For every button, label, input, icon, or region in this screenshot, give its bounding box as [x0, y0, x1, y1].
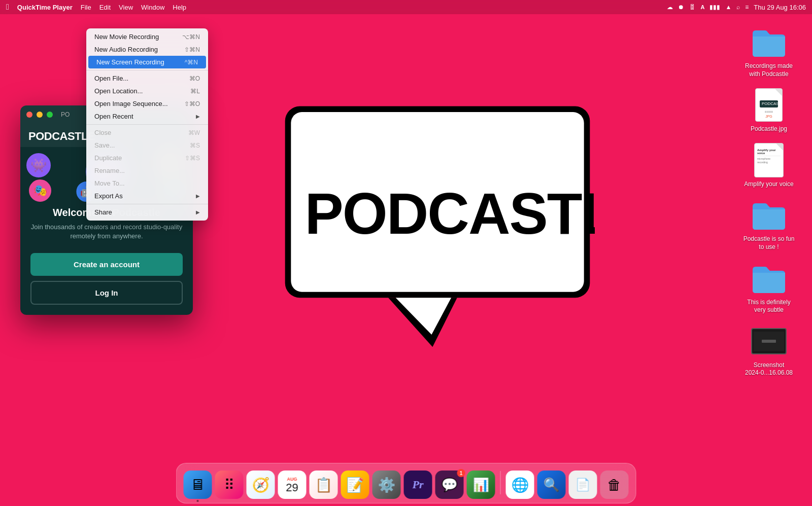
search-icon[interactable]: ⌕: [736, 4, 740, 11]
window-min-btn[interactable]: [37, 112, 43, 118]
menu-item-move-to: Move To...: [86, 177, 208, 190]
dock-finder-dot: [197, 500, 199, 502]
menu-label-rename: Rename...: [94, 167, 200, 174]
menu-item-new-audio[interactable]: New Audio Recording ⇧⌘N: [86, 43, 208, 56]
menubar-view[interactable]: View: [119, 4, 133, 11]
window-title: PO: [61, 111, 70, 118]
menubar-left:  QuickTime Player File Edit View Window…: [6, 3, 186, 12]
control-center-icon[interactable]: ≡: [745, 4, 749, 11]
menu-label-close: Close: [94, 129, 188, 136]
dock-system-prefs[interactable]: ⚙️: [373, 471, 401, 499]
menu-shortcut-new-audio: ⇧⌘N: [184, 46, 200, 53]
menu-shortcut-duplicate: ⇧⌘S: [185, 155, 200, 162]
menu-item-rename: Rename...: [86, 164, 208, 177]
dock-reminders[interactable]: 📋: [310, 471, 338, 499]
svg-text:PODCASTLE: PODCASTLE: [304, 182, 595, 246]
menu-label-open-recent: Open Recent: [94, 113, 196, 120]
menu-label-move-to: Move To...: [94, 179, 200, 187]
desktop-icon-screenshot[interactable]: Screenshot2024-0...16.06.08: [741, 323, 797, 377]
export-as-arrow: ▶: [196, 193, 200, 199]
dock-notes[interactable]: 📝: [341, 471, 369, 499]
menu-item-new-screen[interactable]: New Screen Recording ^⌘N: [88, 56, 206, 68]
share-arrow: ▶: [196, 209, 200, 215]
folder-icon-podcastle: [751, 197, 787, 233]
cloud-icon[interactable]: ☁: [667, 4, 673, 11]
menu-item-open-recent[interactable]: Open Recent ▶: [86, 110, 208, 123]
dock-slack-badge: 1: [457, 469, 465, 477]
menu-shortcut-close: ⌘W: [188, 129, 200, 136]
dock-premiere[interactable]: Pr: [404, 471, 432, 499]
desktop: PODCASTLE Recordings madewith Podcastle …: [0, 14, 812, 465]
menubar-right: ☁ ⏺ 🎛 A ▮▮▮ ▲ ⌕ ≡ Thu 29 Aug 16:06: [667, 4, 806, 11]
dock-calendar[interactable]: AUG 29: [278, 471, 307, 499]
dock-separator: [500, 471, 501, 494]
menu-label-open-file: Open File...: [94, 75, 189, 82]
dock-trash[interactable]: 🗑: [600, 471, 629, 499]
folder-icon-recordings: [751, 24, 787, 60]
desktop-icon-podcastle-folder[interactable]: Podcastle is so funto use !: [741, 197, 797, 251]
jpg-file-icon: PODCAST ==== JPG: [751, 87, 787, 123]
window-max-btn[interactable]: [47, 112, 53, 118]
menu-sep-3: [86, 204, 208, 204]
dock-finder[interactable]: 🖥: [184, 471, 212, 499]
battery-icon[interactable]: ▮▮▮: [709, 4, 720, 11]
app-buttons: Create an account Log In: [20, 249, 193, 315]
dock-launchpad[interactable]: ⠿: [215, 471, 244, 499]
menu-item-new-movie[interactable]: New Movie Recording ⌥⌘N: [86, 30, 208, 43]
sound-icon[interactable]: 🎛: [689, 4, 695, 11]
dock-safari[interactable]: 🧭: [247, 471, 275, 499]
desktop-icon-recordings[interactable]: Recordings madewith Podcastle: [741, 24, 797, 78]
dock-documents[interactable]: 📄: [569, 471, 597, 499]
dock-presentify[interactable]: 📊: [467, 471, 495, 499]
menu-shortcut-open-image-seq: ⇧⌘O: [184, 100, 200, 107]
menu-shortcut-open-location: ⌘L: [190, 88, 200, 95]
menu-label-export-as: Export As: [94, 192, 196, 200]
file-menu-dropdown: New Movie Recording ⌥⌘N New Audio Record…: [86, 28, 208, 221]
menu-item-close: Close ⌘W: [86, 126, 208, 139]
desktop-icon-podcastle-jpg[interactable]: PODCAST ==== JPG Podcastle.jpg: [741, 87, 797, 133]
menu-sep-1: [86, 70, 208, 70]
dock-chrome[interactable]: 🌐: [506, 471, 534, 499]
menu-label-new-audio: New Audio Recording: [94, 46, 184, 53]
create-account-button[interactable]: Create an account: [30, 253, 183, 276]
text-icon[interactable]: A: [700, 4, 704, 10]
window-close-btn[interactable]: [26, 112, 32, 118]
menubar-app-name[interactable]: QuickTime Player: [17, 4, 73, 11]
subtle-label: This is definitelyvery subtle: [747, 299, 790, 314]
screenshot-label: Screenshot2024-0...16.06.08: [745, 362, 793, 377]
menubar-file[interactable]: File: [81, 4, 91, 11]
login-button[interactable]: Log In: [30, 281, 183, 305]
wifi-icon[interactable]: ▲: [725, 4, 731, 11]
record-icon[interactable]: ⏺: [678, 4, 684, 11]
desktop-icon-amplify[interactable]: Amplify your voice microphonerecording A…: [741, 142, 797, 189]
desktop-icon-subtle[interactable]: This is definitelyvery subtle: [741, 261, 797, 314]
menu-label-share: Share: [94, 208, 196, 216]
menubar:  QuickTime Player File Edit View Window…: [0, 0, 812, 14]
menu-item-save: Save... ⌘S: [86, 139, 208, 152]
screenshot-file-icon: [751, 323, 787, 359]
folder-icon-subtle: [751, 261, 787, 296]
menu-item-export-as[interactable]: Export As ▶: [86, 190, 208, 202]
menu-label-new-movie: New Movie Recording: [94, 33, 182, 41]
open-recent-arrow: ▶: [196, 114, 200, 119]
menubar-edit[interactable]: Edit: [99, 4, 111, 11]
dock: 🖥 ⠿ 🧭 AUG 29 📋 📝 ⚙️ Pr 💬 1 📊 🌐 �: [176, 463, 636, 503]
desktop-icons: Recordings madewith Podcastle PODCAST ==…: [741, 24, 797, 377]
menubar-window[interactable]: Window: [141, 4, 164, 11]
menu-item-share[interactable]: Share ▶: [86, 206, 208, 219]
app-logo: PODCASTLE: [28, 130, 95, 143]
menu-item-open-file[interactable]: Open File... ⌘O: [86, 72, 208, 85]
podcastle-folder-label: Podcastle is so funto use !: [743, 235, 795, 251]
apple-menu[interactable]: : [6, 3, 9, 12]
menu-item-open-image-seq[interactable]: Open Image Sequence... ⇧⌘O: [86, 97, 208, 110]
menu-shortcut-new-movie: ⌥⌘N: [182, 33, 200, 41]
menu-shortcut-save: ⌘S: [190, 142, 200, 149]
menu-label-open-image-seq: Open Image Sequence...: [94, 100, 184, 107]
avatar-2: 🎭: [28, 178, 52, 203]
menu-item-open-location[interactable]: Open Location... ⌘L: [86, 85, 208, 97]
menu-label-duplicate: Duplicate: [94, 154, 185, 162]
menu-shortcut-new-screen: ^⌘N: [185, 59, 198, 66]
dock-proxyman[interactable]: 🔍: [537, 471, 566, 499]
dock-slack[interactable]: 💬 1: [435, 471, 464, 499]
menubar-help[interactable]: Help: [173, 4, 186, 11]
